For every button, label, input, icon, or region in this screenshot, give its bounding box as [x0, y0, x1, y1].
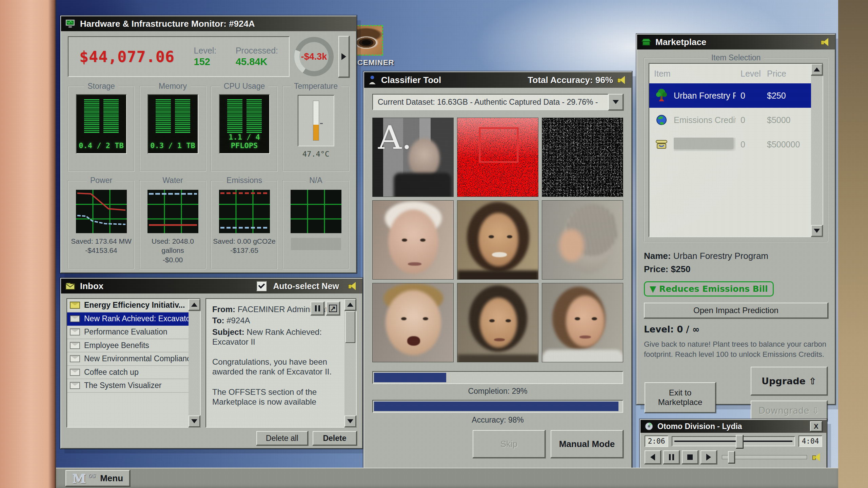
effect-tag[interactable]: ▼ Reduces Emissions Bill	[644, 281, 774, 297]
item-list-scrollbar[interactable]	[811, 64, 823, 237]
dataset-dropdown[interactable]: Current Dataset: 16.63GB - Authentic Cap…	[372, 94, 608, 110]
volume-handle[interactable]	[728, 451, 735, 463]
pause-button[interactable]	[663, 450, 679, 464]
classifier-titlebar[interactable]: Classifier Tool Total Accuracy: 96%	[364, 72, 631, 88]
grid-cell-dark-hair[interactable]	[457, 283, 538, 362]
closed-envelope-icon	[70, 302, 80, 309]
close-button[interactable]: X	[810, 421, 822, 431]
speaker-icon[interactable]	[617, 76, 627, 84]
previous-button[interactable]	[645, 450, 661, 464]
speaker-icon[interactable]	[812, 453, 822, 462]
grid-cell-static-noise[interactable]	[542, 118, 623, 197]
item-level: 0	[741, 91, 762, 101]
mail-item-performance[interactable]: Performance Evaluation	[67, 326, 189, 339]
mail-item-environmental[interactable]: New Environmental Complianc...	[67, 352, 189, 366]
memory-led-screen: 0.3 / 1 TB	[147, 94, 198, 154]
subject-label: Subject:	[212, 327, 244, 337]
detail-name-value: Urban Forestry Program	[673, 251, 768, 261]
downgrade-button[interactable]: Downgrade ⇩	[751, 401, 827, 421]
impact-prediction-button[interactable]: Open Impact Prediction	[644, 303, 828, 318]
message-body: From: FACEMINER Administration To: #924A…	[206, 299, 344, 427]
menu-button[interactable]: Mos Menu	[65, 470, 130, 486]
item-row-emissions-credits[interactable]: Emissions Credits 0 $5000	[649, 108, 811, 132]
play-icon	[706, 454, 711, 461]
grid-cell-head-turned[interactable]	[542, 200, 623, 280]
down-arrow-icon	[613, 100, 619, 104]
mail-item-new-rank[interactable]: New Rank Achieved: Excavato...	[67, 312, 189, 326]
player-titlebar[interactable]: Otomo Division - Lydia X	[640, 420, 826, 433]
inbox-icon	[65, 282, 76, 290]
speaker-icon[interactable]	[821, 38, 831, 46]
scroll-down-button[interactable]	[811, 225, 823, 237]
grid-cell-photo[interactable]: A.	[372, 118, 454, 197]
cashflow-gauge: -$4.3k	[294, 37, 334, 76]
item-row-urban-forestry[interactable]: Urban Forestry Program 0 $250	[649, 83, 811, 108]
cashflow-value: -$4.3k	[301, 52, 327, 62]
play-button[interactable]	[701, 450, 717, 464]
marketplace-titlebar[interactable]: Marketplace	[637, 35, 835, 49]
seek-track[interactable]	[672, 436, 795, 446]
stop-button[interactable]	[682, 450, 698, 464]
dataset-dropdown-button[interactable]	[608, 94, 623, 110]
up-arrow-icon	[347, 303, 353, 307]
window-hardware-monitor: Hardware & Infrastructure Monitor: #924A…	[60, 16, 357, 273]
volume-track[interactable]	[722, 455, 807, 459]
grid-cell-woman-white-top[interactable]	[542, 283, 623, 362]
mail-list-scrollbar[interactable]	[189, 299, 200, 427]
col-level: Level	[741, 69, 762, 79]
grid-cell-boy[interactable]	[372, 283, 454, 362]
upgrade-button[interactable]: Upgrade ⇧	[751, 367, 827, 395]
popout-icon: ↗	[329, 305, 337, 312]
na-blank-strip	[291, 238, 341, 250]
scroll-down-button[interactable]	[189, 415, 200, 427]
wall-right	[838, 0, 868, 488]
scroll-up-button[interactable]	[811, 64, 823, 75]
classifier-icon	[368, 75, 377, 85]
col-price: Price	[767, 69, 806, 79]
marketplace-icon	[641, 38, 651, 46]
seek-handle[interactable]	[736, 435, 743, 448]
mail-item-coffee[interactable]: Coffee catch up	[67, 366, 189, 380]
water-chart	[147, 190, 198, 233]
grid-cell-smiling-woman[interactable]	[457, 200, 538, 280]
level-label: Level:	[194, 46, 217, 56]
expand-panel-button[interactable]	[338, 36, 349, 77]
item-name: Urban Forestry Program	[674, 91, 736, 101]
speaker-icon[interactable]	[348, 282, 358, 290]
grid-cell-red-scatter[interactable]	[457, 118, 538, 197]
message-scrollbar[interactable]	[344, 299, 356, 427]
pause-icon	[669, 454, 674, 460]
redacted-label	[674, 138, 733, 149]
scrollbar-thumb[interactable]	[345, 311, 355, 343]
autoselect-checkbox[interactable]	[256, 281, 267, 291]
mail-item-energy-efficiency[interactable]: Energy Efficiency Initiativ...	[67, 299, 189, 312]
pause-audio-button[interactable]	[311, 302, 324, 315]
image-grid: A.	[372, 118, 623, 362]
popout-button[interactable]: ↗	[326, 302, 340, 315]
scroll-down-button[interactable]	[344, 415, 356, 427]
delete-all-button[interactable]: Delete all	[256, 431, 308, 445]
mail-item-label: Energy Efficiency Initiativ...	[84, 301, 185, 310]
accuracy-fill	[374, 402, 618, 411]
item-price: $250	[767, 91, 806, 101]
down-arrow-icon	[814, 229, 820, 233]
mail-item-benefits[interactable]: Employee Benefits	[67, 339, 189, 353]
exit-to-marketplace-button[interactable]: Exit to Marketplace	[645, 382, 716, 413]
scroll-up-button[interactable]	[189, 299, 200, 310]
item-description: Give back to nature! Plant trees to bala…	[644, 339, 828, 359]
grid-cell-elderly-woman[interactable]	[372, 200, 454, 280]
item-row-locked[interactable]: 0 $500000	[649, 132, 811, 157]
hardware-title: Hardware & Infrastructure Monitor: #924A	[80, 19, 255, 29]
memory-led-bars	[156, 99, 190, 133]
inbox-titlebar[interactable]: Inbox Auto-select New	[61, 279, 362, 293]
storage-groupbox: Storage 0.4 / 2 TB	[68, 86, 135, 171]
temperature-value: 47.4°C	[283, 150, 349, 158]
red-scatter-image	[457, 118, 538, 197]
mail-item-visualizer[interactable]: The System Visualizer	[67, 379, 189, 393]
delete-button[interactable]: Delete	[313, 431, 357, 445]
manual-mode-button[interactable]: Manual Mode	[551, 430, 623, 458]
scroll-up-button[interactable]	[344, 299, 356, 310]
message-paragraph-1: Congratulations, you have been awarded t…	[212, 357, 341, 377]
skip-button[interactable]: Skip	[473, 430, 545, 458]
hardware-titlebar[interactable]: Hardware & Infrastructure Monitor: #924A	[61, 16, 356, 31]
